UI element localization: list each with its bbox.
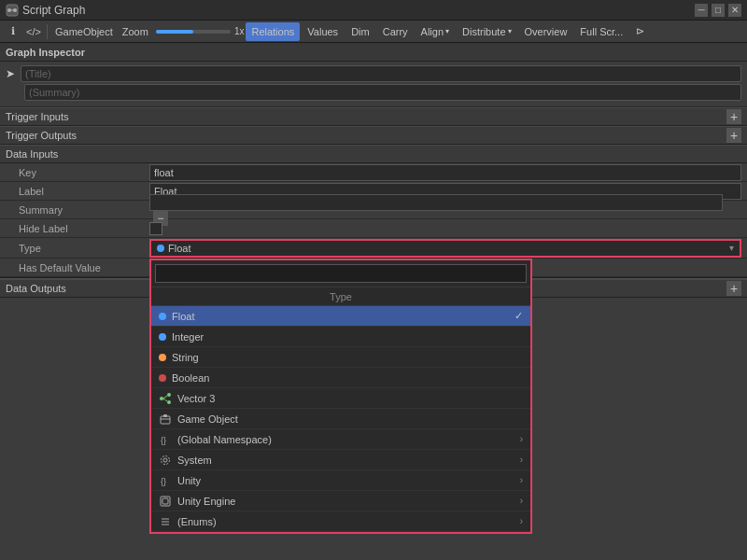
summary-input[interactable]: [24, 84, 741, 101]
summary-field-value: −: [149, 194, 741, 226]
global-namespace-icon: {}: [159, 433, 172, 446]
relations-button[interactable]: Relations: [246, 22, 300, 41]
data-outputs-add-button[interactable]: +: [726, 281, 741, 296]
type-label: Type: [19, 243, 149, 254]
float-check-icon: ✓: [514, 310, 523, 322]
summary-field-row: Summary −: [0, 201, 747, 219]
label-label: Label: [19, 186, 149, 197]
collapse-button[interactable]: ⊳: [630, 22, 649, 41]
boolean-label: Boolean: [172, 372, 523, 384]
values-button[interactable]: Values: [302, 22, 344, 41]
gameobject-label: Game Object: [177, 413, 523, 425]
trigger-outputs-add-button[interactable]: +: [726, 128, 741, 143]
float-dot: [159, 313, 166, 320]
string-label: String: [172, 352, 523, 363]
toolbar-separator-1: [47, 24, 48, 39]
zoom-control: Zoom 1x: [119, 26, 245, 37]
float-label: Float: [172, 311, 509, 322]
title-input[interactable]: [21, 65, 741, 82]
type-option-unity[interactable]: {} Unity ›: [151, 470, 530, 491]
type-row: Type Float ▾ Type Float ✓: [0, 238, 747, 259]
dropdown-section-label: Type: [151, 287, 530, 306]
enums-arrow: ›: [520, 516, 523, 526]
zoom-slider[interactable]: [156, 30, 231, 34]
svg-line-7: [163, 396, 167, 399]
overview-button[interactable]: Overview: [519, 22, 573, 41]
type-select-button[interactable]: Float ▾: [149, 239, 741, 258]
key-input[interactable]: [149, 164, 741, 181]
svg-line-8: [163, 399, 167, 401]
type-option-gameobject[interactable]: Game Object: [151, 409, 530, 429]
title-summary-section: ➤: [0, 62, 747, 107]
info-button[interactable]: ℹ: [4, 22, 22, 41]
key-value: [149, 164, 741, 181]
toolbar: ℹ </> GameObject Zoom 1x Relations Value…: [0, 21, 747, 43]
code-button[interactable]: </>: [24, 22, 43, 41]
type-chevron-icon: ▾: [729, 243, 734, 253]
trigger-inputs-label: Trigger Inputs: [6, 111, 726, 122]
data-inputs-label: Data Inputs: [6, 148, 741, 160]
hide-label-label: Hide Label: [19, 223, 149, 234]
has-default-label: Has Default Value: [19, 262, 149, 273]
type-select-text: Float: [168, 243, 726, 254]
hide-label-checkbox[interactable]: [149, 222, 162, 235]
svg-point-6: [167, 400, 171, 404]
string-dot: [159, 354, 166, 361]
vector3-icon: [159, 392, 172, 405]
svg-point-13: [163, 458, 167, 462]
type-option-integer[interactable]: Integer: [151, 327, 530, 347]
dropdown-search-area: [151, 260, 530, 287]
summary-row: [6, 84, 741, 101]
type-option-global-namespace[interactable]: {} (Global Namespace) ›: [151, 429, 530, 450]
integer-label: Integer: [172, 331, 523, 343]
svg-point-2: [13, 8, 17, 12]
boolean-dot: [159, 374, 166, 382]
svg-point-14: [162, 455, 170, 464]
gameobject-icon: [159, 413, 172, 426]
gameobject-label: GameObject: [51, 26, 117, 37]
unity-arrow: ›: [520, 475, 523, 485]
unity-label: Unity: [177, 475, 514, 486]
summary-label: Summary: [19, 204, 149, 216]
vector3-label: Vector 3: [177, 393, 523, 404]
type-option-vector3[interactable]: Vector 3: [151, 388, 530, 409]
type-search-input[interactable]: [155, 264, 527, 283]
svg-rect-17: [162, 498, 168, 504]
window-title: Script Graph: [22, 4, 695, 17]
summary-field-input[interactable]: [149, 194, 723, 211]
trigger-outputs-header: Trigger Outputs +: [0, 126, 747, 145]
type-option-enums[interactable]: (Enums) ›: [151, 511, 530, 532]
fullscreen-button[interactable]: Full Scr...: [574, 22, 628, 41]
minimize-button[interactable]: ─: [695, 4, 708, 17]
type-option-boolean[interactable]: Boolean: [151, 368, 530, 388]
svg-text:{}: {}: [161, 477, 166, 486]
dim-button[interactable]: Dim: [345, 22, 375, 41]
zoom-label: Zoom: [119, 26, 152, 37]
maximize-button[interactable]: □: [712, 4, 725, 17]
trigger-outputs-label: Trigger Outputs: [6, 130, 726, 141]
type-option-string[interactable]: String: [151, 347, 530, 368]
svg-rect-9: [161, 416, 170, 424]
svg-point-1: [7, 8, 11, 12]
trigger-inputs-add-button[interactable]: +: [726, 109, 741, 124]
main-content: Graph Inspector ➤ Trigger Inputs + Trigg…: [0, 43, 747, 560]
close-button[interactable]: ✕: [728, 4, 741, 17]
type-option-unity-engine[interactable]: Unity Engine ›: [151, 491, 530, 511]
unity-engine-icon: [159, 495, 172, 508]
key-row: Key: [0, 163, 747, 182]
global-namespace-label: (Global Namespace): [177, 434, 514, 445]
type-dropdown: Type Float ✓ Integer S: [149, 259, 532, 534]
align-button[interactable]: Align: [416, 22, 455, 41]
title-row: ➤: [6, 65, 741, 82]
distribute-button[interactable]: Distribute: [457, 22, 516, 41]
inspector-title: Graph Inspector: [6, 47, 85, 58]
type-option-float[interactable]: Float ✓: [151, 306, 530, 327]
unity-engine-arrow: ›: [520, 496, 523, 506]
carry-button[interactable]: Carry: [377, 22, 414, 41]
window-controls: ─ □ ✕: [695, 4, 741, 17]
svg-point-4: [160, 397, 163, 400]
type-option-system[interactable]: System ›: [151, 450, 530, 470]
trigger-inputs-header: Trigger Inputs +: [0, 107, 747, 126]
zoom-value: 1x: [234, 26, 245, 36]
inspector-body: ➤ Trigger Inputs + Trigger Outputs + Dat…: [0, 62, 747, 298]
